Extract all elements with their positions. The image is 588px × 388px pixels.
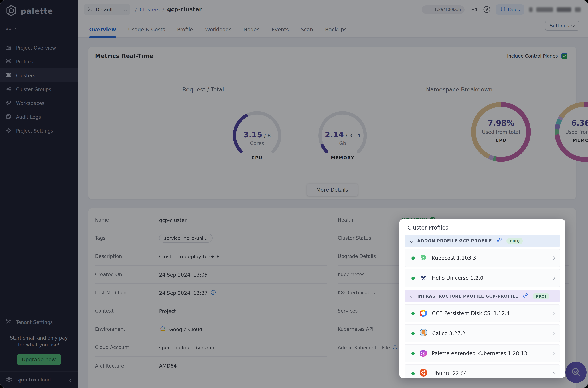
link-icon[interactable]	[496, 237, 502, 244]
chevron-right-icon	[551, 312, 555, 315]
pxk-logo	[419, 350, 427, 357]
calico-logo	[419, 329, 428, 338]
popup-title: Cluster Profiles	[407, 224, 560, 231]
chevron-right-icon	[551, 276, 555, 280]
ubuntu-logo	[419, 369, 428, 378]
profile-layer-ubuntu[interactable]: Ubuntu 22.04	[405, 364, 560, 378]
cluster-profiles-popup: Cluster Profiles ADDON PROFILE GCP-PROFI…	[399, 219, 565, 378]
profile-layer-kubecost[interactable]: Kubecost 1.103.3	[405, 249, 560, 267]
profile-layer-hello-universe[interactable]: Hello Universe 1.2.0	[405, 269, 560, 287]
scope-badge: PROJ	[533, 293, 549, 299]
chevron-down-icon	[410, 239, 413, 243]
infrastructure-profile-label: INFRASTRUCTURE PROFILE GCP-PROFILE	[417, 294, 518, 299]
status-dot	[411, 372, 415, 375]
profile-layer-pxk[interactable]: Palette eXtended Kubernetes 1.28.13	[405, 344, 560, 363]
scope-badge: PROJ	[506, 238, 523, 244]
status-dot	[411, 256, 415, 260]
chevron-right-icon	[551, 256, 555, 260]
chevron-right-icon	[551, 332, 555, 335]
kubecost-logo	[419, 253, 427, 263]
addon-profile-label: ADDON PROFILE GCP-PROFILE	[417, 238, 492, 243]
chevron-right-icon	[551, 352, 555, 355]
status-dot	[411, 332, 415, 335]
status-dot	[411, 352, 415, 355]
app-window: palette 4.4.19 Project Overview Profiles…	[0, 0, 588, 388]
chevron-right-icon	[551, 372, 555, 375]
link-icon[interactable]	[523, 292, 528, 300]
infrastructure-profile-header[interactable]: INFRASTRUCTURE PROFILE GCP-PROFILE PROJ	[405, 290, 560, 302]
profile-layer-gce-disk[interactable]: GCE Persistent Disk CSI 1.12.4	[405, 304, 560, 322]
status-dot	[411, 312, 415, 315]
chevron-down-icon	[410, 294, 413, 298]
gce-disk-logo	[419, 310, 427, 317]
addon-profile-header[interactable]: ADDON PROFILE GCP-PROFILE PROJ	[405, 235, 560, 247]
status-dot	[411, 276, 415, 280]
hello-universe-logo	[419, 273, 427, 283]
profile-layer-calico[interactable]: Calico 3.27.2	[405, 324, 560, 342]
